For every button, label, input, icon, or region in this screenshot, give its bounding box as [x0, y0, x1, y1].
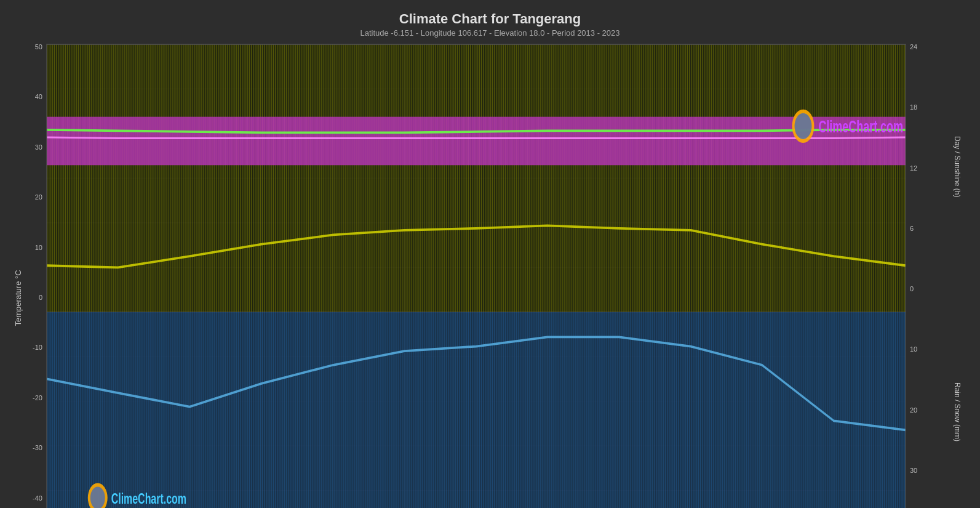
right-tick-12: 12: [910, 165, 928, 172]
tick-n30: -30: [33, 445, 42, 451]
right-ticks-sunshine: 24 18 12 6 0 10 20 30 40: [906, 44, 928, 508]
right-tick-rain10: 10: [910, 346, 928, 353]
svg-text:ClimeChart.com: ClimeChart.com: [818, 118, 903, 137]
main-container: Climate Chart for Tangerang Latitude -6.…: [0, 0, 980, 508]
tick-30: 30: [35, 144, 42, 151]
chart-svg-container: ClimeChart.com ClimeChart.com: [46, 44, 906, 508]
title-section: Climate Chart for Tangerang Latitude -6.…: [12, 6, 968, 40]
left-axis-label: Temperature °C: [14, 270, 23, 326]
svg-point-36: [795, 113, 812, 139]
tick-50: 50: [35, 44, 42, 50]
svg-rect-32: [47, 117, 906, 165]
chart-svg: ClimeChart.com ClimeChart.com: [47, 44, 906, 508]
right-tick-rain30: 30: [910, 467, 928, 474]
right-label-sunshine: Day / Sunshine (h): [928, 44, 962, 289]
right-tick-6: 6: [910, 225, 928, 232]
right-tick-rain20: 20: [910, 407, 928, 414]
tick-0: 0: [39, 294, 42, 301]
subtitle: Latitude -6.151 - Longitude 106.617 - El…: [12, 28, 968, 38]
left-axis: Temperature °C 50 40 30 20 10 0 -10 -20 …: [12, 44, 46, 508]
tick-10: 10: [35, 244, 42, 251]
right-tick-0: 0: [910, 286, 928, 292]
svg-text:ClimeChart.com: ClimeChart.com: [111, 490, 186, 506]
right-tick-18: 18: [910, 104, 928, 111]
tick-20: 20: [35, 194, 42, 201]
svg-rect-28: [47, 44, 906, 312]
right-tick-24: 24: [910, 44, 928, 50]
chart-area: Temperature °C 50 40 30 20 10 0 -10 -20 …: [12, 44, 968, 508]
right-axis: 24 18 12 6 0 10 20 30 40 Day / Sunshine …: [906, 44, 968, 508]
main-title: Climate Chart for Tangerang: [12, 11, 968, 27]
tick-n10: -10: [33, 344, 42, 351]
tick-40: 40: [35, 94, 42, 100]
chart-middle: ClimeChart.com ClimeChart.com Jan Feb Ma…: [46, 44, 906, 508]
tick-n20: -20: [33, 395, 42, 401]
tick-n40: -40: [33, 495, 42, 502]
right-label-rain: Rain / Snow (mm): [928, 289, 962, 509]
svg-rect-24: [47, 312, 906, 508]
right-axis-labels: Day / Sunshine (h) Rain / Snow (mm): [928, 44, 962, 508]
